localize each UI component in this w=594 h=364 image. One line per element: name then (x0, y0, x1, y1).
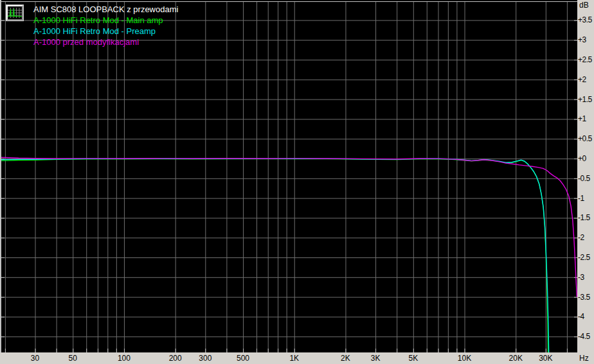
y-tick-label: +2.5 (578, 55, 592, 64)
y-tick-label: +1 (578, 114, 586, 123)
plot-area (0, 0, 577, 352)
y-tick-label: +1.5 (578, 95, 592, 104)
y-tick-label: +0.5 (578, 134, 592, 143)
y-tick-label: -2 (578, 233, 584, 242)
y-axis-unit-label: dB (579, 1, 589, 10)
x-tick-label: 2K (341, 354, 350, 363)
y-tick-label: -1.5 (578, 213, 590, 222)
x-tick-label: 3K (371, 354, 381, 363)
spectrum-analyzer-icon[interactable] (6, 5, 23, 21)
y-axis-strip: dB +3.5+3+2.5+2+1.5+1+0.5+0-0.5-1-1.5-2-… (577, 0, 594, 352)
y-tick-label: -4.5 (578, 332, 590, 341)
y-tick-label: -0.5 (578, 174, 590, 183)
legend: AIM SC808 LOOPBACK z przewodami A-1000 H… (33, 4, 178, 48)
x-tick-label: 5K (408, 354, 418, 363)
y-tick-label: -2.5 (578, 253, 590, 262)
x-tick-label: 30 (31, 354, 39, 363)
y-tick-label: +0 (578, 154, 586, 163)
x-tick-label: 500 (237, 354, 249, 363)
x-tick-label: 200 (169, 354, 182, 363)
legend-item-preamp: A-1000 HiFi Retro Mod - Preamp (33, 26, 178, 37)
legend-item-main-amp: A-1000 HiFi Retro Mod - Main amp (33, 15, 178, 26)
y-tick-label: -1 (578, 194, 584, 203)
spectrum-icon-graphic (8, 6, 22, 19)
x-tick-label: 1K (289, 354, 299, 363)
x-tick-label: 10K (458, 354, 471, 363)
x-tick-label: 50 (69, 354, 77, 363)
y-tick-label: -3.5 (578, 293, 590, 302)
y-tick-label: -3 (578, 273, 584, 282)
x-axis-strip: Hz 30501002003005001K2K3K5K10K20K30K (0, 352, 594, 364)
x-tick-label: 300 (199, 354, 212, 363)
chart-title: AIM SC808 LOOPBACK z przewodami (33, 4, 178, 15)
x-tick-label: 100 (118, 354, 130, 363)
y-tick-label: +2 (578, 75, 586, 84)
y-tick-label: +3 (578, 35, 586, 44)
x-axis-unit-label: Hz (579, 354, 589, 363)
y-tick-label: -4 (578, 312, 584, 321)
x-tick-label: 20K (509, 354, 523, 363)
y-tick-label: +3.5 (578, 15, 592, 24)
frequency-response-chart: dB +3.5+3+2.5+2+1.5+1+0.5+0-0.5-1-1.5-2-… (0, 0, 594, 364)
legend-item-pre-mod: A-1000 przed modyfikacjami (33, 37, 178, 48)
x-tick-label: 30K (539, 354, 552, 363)
